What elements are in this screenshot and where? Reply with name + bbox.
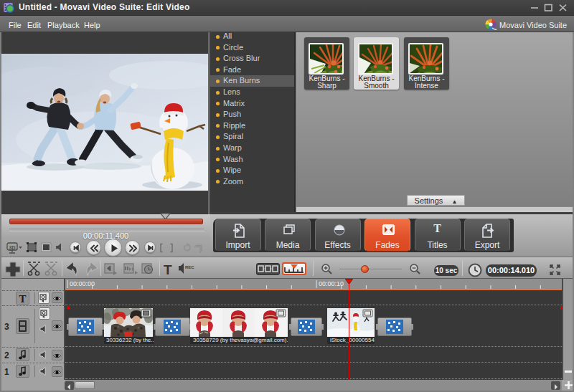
svg-text:REC: REC xyxy=(185,265,194,269)
svg-text:00:00:00: 00:00:00 xyxy=(70,280,95,287)
svg-text:00:00:10: 00:00:10 xyxy=(319,280,344,287)
svg-text:3D: 3D xyxy=(9,245,16,250)
svg-text:T: T xyxy=(164,262,172,277)
